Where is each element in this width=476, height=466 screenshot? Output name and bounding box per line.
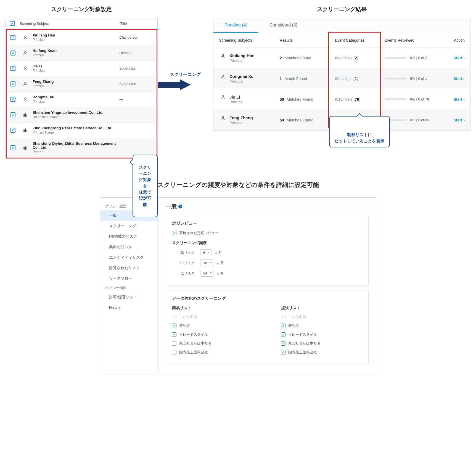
subject-title: Chairperson (120, 36, 153, 39)
person-icon (219, 115, 227, 120)
subject-title: Supervisor (120, 67, 153, 70)
row-checkbox[interactable] (10, 97, 15, 102)
svg-point-0 (25, 36, 26, 38)
row-checkbox[interactable] (10, 66, 15, 71)
svg-rect-13 (27, 147, 27, 150)
lbl-e3: トレードスタイル (288, 332, 317, 337)
policy-nav-item[interactable]: スクリーニング (100, 221, 158, 231)
row-checkbox[interactable] (10, 35, 15, 40)
row-checkbox[interactable] (10, 128, 15, 133)
freq-mid-unit: ヶ月 (217, 261, 224, 266)
freq-high-label: 高リスク (180, 250, 197, 255)
ck-e1 (281, 315, 285, 319)
col-results: Results (280, 38, 335, 43)
row-checkbox[interactable] (10, 145, 15, 150)
subject-role: Primary Name (33, 131, 120, 134)
mid-title: スクリーニングの頻度や対象などの条件を詳細に設定可能 (6, 181, 470, 189)
result-name: Xinliang Han (229, 53, 255, 58)
lbl-e2: 登記名 (288, 323, 299, 328)
start-button[interactable]: Start › (453, 76, 465, 81)
svg-point-14 (222, 54, 224, 56)
building-icon (20, 128, 30, 133)
svg-rect-12 (25, 146, 27, 150)
periodic-title: 定期レビュー (172, 221, 362, 226)
svg-point-3 (25, 82, 26, 84)
policy-nav-item[interactable]: 国/地域のリスク (100, 231, 158, 242)
right-title: スクリーニング結果 (213, 6, 470, 13)
ck-e3[interactable] (281, 332, 285, 337)
result-count: 2 Matches Found (280, 56, 335, 60)
subject-role: Parent (33, 150, 120, 154)
lbl-s4: 親会社または本社名 (179, 341, 211, 346)
col-subject-header: Screening Subject (20, 22, 120, 26)
person-icon (219, 74, 227, 79)
lbl-e5: 国内最上位親会社 (288, 350, 317, 355)
freq-low-select[interactable]: 24 (200, 270, 213, 277)
enrich-title: データ強化のスクリーニング (172, 296, 362, 301)
subject-name: Xinliang Han (33, 33, 120, 37)
freq-low-unit: ヶ月 (217, 271, 224, 276)
row-checkbox[interactable] (10, 81, 15, 86)
ext-list-h: 拡張リスト (281, 306, 363, 311)
chevron-right-icon: › (463, 56, 465, 60)
select-all-checkbox[interactable] (10, 21, 15, 26)
subject-title: — (120, 113, 153, 117)
chk-periodic-label: 実施された定期レビュー (179, 231, 219, 235)
freq-mid-select[interactable]: 18 (200, 260, 213, 266)
reviewed-text: 0% | 0 of 2 (410, 56, 427, 60)
building-icon (20, 145, 30, 150)
result-name: Jie Li (229, 95, 243, 99)
col-reviewed: Events Reviewed (385, 38, 440, 43)
svg-point-17 (222, 116, 224, 118)
progress-bar (385, 57, 407, 59)
subject-row: Jie LiPrincipalSupervisor (7, 61, 157, 76)
person-icon (219, 95, 227, 100)
result-name: Dongmei Xu (229, 74, 254, 79)
ck-s5[interactable] (172, 350, 176, 354)
start-button[interactable]: Start › (453, 118, 465, 122)
result-count: 1 Match Found (280, 76, 335, 81)
start-button[interactable]: Start › (453, 97, 465, 102)
tab-completed[interactable]: Completed (5) (258, 18, 308, 33)
info-icon[interactable]: i (178, 205, 182, 208)
policy-nav-item[interactable]: 業界のリスク (100, 242, 158, 252)
col-subjects: Screening Subjects (219, 38, 280, 43)
ck-e2[interactable] (281, 324, 285, 328)
policy-nav-item[interactable]: ワークフロー (100, 273, 158, 284)
ck-e4[interactable] (281, 341, 285, 346)
chevron-right-icon: › (463, 97, 465, 102)
subject-name: Jie Li (33, 64, 120, 68)
svg-rect-7 (27, 115, 27, 117)
policy-nav-item[interactable]: 計算されたリスク (100, 263, 158, 273)
start-button[interactable]: Start › (453, 56, 465, 60)
subject-role: Principal (33, 38, 120, 42)
person-icon (20, 51, 30, 55)
progress-bar (385, 78, 407, 80)
result-role: Principal (229, 59, 255, 63)
subject-title: Director (120, 51, 153, 55)
tab-pending[interactable]: Pending (4) (213, 18, 258, 33)
result-role: Principal (229, 79, 254, 83)
subject-row: Huifang XuanPrincipalDirector (7, 45, 157, 61)
subject-role: Principal (33, 69, 120, 73)
ck-s2[interactable] (172, 324, 176, 328)
subject-row: Feng ZhangPrincipalSupervisor (7, 76, 157, 92)
person-icon (219, 53, 227, 58)
result-category: Watchlists (79) (335, 97, 385, 102)
row-checkbox[interactable] (10, 51, 15, 55)
chk-periodic[interactable] (172, 231, 176, 235)
policy-nav-item[interactable]: 許可/拒否リスト (100, 292, 158, 303)
freq-high-select[interactable]: 6 (200, 249, 211, 256)
subject-title: Supervisor (120, 82, 153, 86)
ck-s4[interactable] (172, 341, 176, 346)
svg-rect-6 (25, 113, 27, 117)
ck-s1 (172, 315, 176, 319)
lbl-s2: 登記名 (179, 323, 190, 328)
arrow-icon (180, 79, 191, 90)
row-checkbox[interactable] (10, 112, 15, 117)
ck-s3[interactable] (172, 332, 176, 337)
policy-nav-item[interactable]: エンティティリスク (100, 252, 158, 263)
result-count: 50 Matches Found (280, 118, 335, 122)
ck-e5[interactable] (281, 350, 285, 354)
policy-nav-item[interactable]: History (100, 303, 158, 312)
